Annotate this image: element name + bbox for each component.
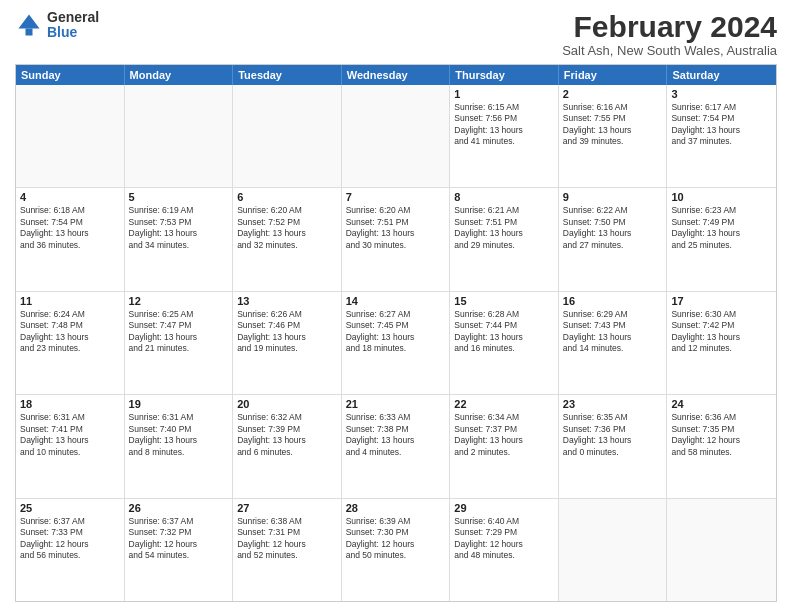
day-header-saturday: Saturday bbox=[667, 65, 776, 85]
table-row: 28Sunrise: 6:39 AM Sunset: 7:30 PM Dayli… bbox=[342, 499, 451, 601]
day-number: 26 bbox=[129, 502, 229, 514]
calendar-week-1: 1Sunrise: 6:15 AM Sunset: 7:56 PM Daylig… bbox=[16, 85, 776, 188]
table-row: 10Sunrise: 6:23 AM Sunset: 7:49 PM Dayli… bbox=[667, 188, 776, 290]
day-info: Sunrise: 6:36 AM Sunset: 7:35 PM Dayligh… bbox=[671, 412, 772, 458]
day-number: 4 bbox=[20, 191, 120, 203]
day-info: Sunrise: 6:30 AM Sunset: 7:42 PM Dayligh… bbox=[671, 309, 772, 355]
day-info: Sunrise: 6:31 AM Sunset: 7:41 PM Dayligh… bbox=[20, 412, 120, 458]
day-info: Sunrise: 6:37 AM Sunset: 7:32 PM Dayligh… bbox=[129, 516, 229, 562]
day-number: 9 bbox=[563, 191, 663, 203]
table-row: 4Sunrise: 6:18 AM Sunset: 7:54 PM Daylig… bbox=[16, 188, 125, 290]
day-number: 22 bbox=[454, 398, 554, 410]
table-row: 19Sunrise: 6:31 AM Sunset: 7:40 PM Dayli… bbox=[125, 395, 234, 497]
svg-marker-0 bbox=[19, 15, 40, 29]
table-row: 27Sunrise: 6:38 AM Sunset: 7:31 PM Dayli… bbox=[233, 499, 342, 601]
table-row: 15Sunrise: 6:28 AM Sunset: 7:44 PM Dayli… bbox=[450, 292, 559, 394]
table-row: 14Sunrise: 6:27 AM Sunset: 7:45 PM Dayli… bbox=[342, 292, 451, 394]
day-number: 25 bbox=[20, 502, 120, 514]
day-number: 11 bbox=[20, 295, 120, 307]
day-info: Sunrise: 6:38 AM Sunset: 7:31 PM Dayligh… bbox=[237, 516, 337, 562]
day-info: Sunrise: 6:28 AM Sunset: 7:44 PM Dayligh… bbox=[454, 309, 554, 355]
table-row: 25Sunrise: 6:37 AM Sunset: 7:33 PM Dayli… bbox=[16, 499, 125, 601]
logo-blue: Blue bbox=[47, 25, 99, 40]
table-row: 22Sunrise: 6:34 AM Sunset: 7:37 PM Dayli… bbox=[450, 395, 559, 497]
day-header-friday: Friday bbox=[559, 65, 668, 85]
logo: General Blue bbox=[15, 10, 99, 41]
day-info: Sunrise: 6:23 AM Sunset: 7:49 PM Dayligh… bbox=[671, 205, 772, 251]
day-number: 21 bbox=[346, 398, 446, 410]
calendar-week-4: 18Sunrise: 6:31 AM Sunset: 7:41 PM Dayli… bbox=[16, 395, 776, 498]
day-info: Sunrise: 6:29 AM Sunset: 7:43 PM Dayligh… bbox=[563, 309, 663, 355]
table-row: 17Sunrise: 6:30 AM Sunset: 7:42 PM Dayli… bbox=[667, 292, 776, 394]
day-number: 17 bbox=[671, 295, 772, 307]
day-number: 8 bbox=[454, 191, 554, 203]
day-number: 27 bbox=[237, 502, 337, 514]
day-header-monday: Monday bbox=[125, 65, 234, 85]
day-info: Sunrise: 6:27 AM Sunset: 7:45 PM Dayligh… bbox=[346, 309, 446, 355]
location: Salt Ash, New South Wales, Australia bbox=[562, 43, 777, 58]
day-info: Sunrise: 6:26 AM Sunset: 7:46 PM Dayligh… bbox=[237, 309, 337, 355]
table-row: 20Sunrise: 6:32 AM Sunset: 7:39 PM Dayli… bbox=[233, 395, 342, 497]
table-row: 23Sunrise: 6:35 AM Sunset: 7:36 PM Dayli… bbox=[559, 395, 668, 497]
table-row: 13Sunrise: 6:26 AM Sunset: 7:46 PM Dayli… bbox=[233, 292, 342, 394]
day-number: 2 bbox=[563, 88, 663, 100]
day-number: 5 bbox=[129, 191, 229, 203]
day-number: 24 bbox=[671, 398, 772, 410]
day-number: 12 bbox=[129, 295, 229, 307]
day-info: Sunrise: 6:32 AM Sunset: 7:39 PM Dayligh… bbox=[237, 412, 337, 458]
day-info: Sunrise: 6:22 AM Sunset: 7:50 PM Dayligh… bbox=[563, 205, 663, 251]
day-number: 1 bbox=[454, 88, 554, 100]
day-number: 18 bbox=[20, 398, 120, 410]
table-row: 7Sunrise: 6:20 AM Sunset: 7:51 PM Daylig… bbox=[342, 188, 451, 290]
day-info: Sunrise: 6:40 AM Sunset: 7:29 PM Dayligh… bbox=[454, 516, 554, 562]
table-row bbox=[342, 85, 451, 187]
table-row: 9Sunrise: 6:22 AM Sunset: 7:50 PM Daylig… bbox=[559, 188, 668, 290]
table-row: 26Sunrise: 6:37 AM Sunset: 7:32 PM Dayli… bbox=[125, 499, 234, 601]
day-info: Sunrise: 6:31 AM Sunset: 7:40 PM Dayligh… bbox=[129, 412, 229, 458]
day-number: 14 bbox=[346, 295, 446, 307]
logo-general: General bbox=[47, 10, 99, 25]
day-info: Sunrise: 6:24 AM Sunset: 7:48 PM Dayligh… bbox=[20, 309, 120, 355]
day-info: Sunrise: 6:35 AM Sunset: 7:36 PM Dayligh… bbox=[563, 412, 663, 458]
day-info: Sunrise: 6:25 AM Sunset: 7:47 PM Dayligh… bbox=[129, 309, 229, 355]
day-info: Sunrise: 6:39 AM Sunset: 7:30 PM Dayligh… bbox=[346, 516, 446, 562]
day-number: 16 bbox=[563, 295, 663, 307]
table-row: 8Sunrise: 6:21 AM Sunset: 7:51 PM Daylig… bbox=[450, 188, 559, 290]
day-number: 7 bbox=[346, 191, 446, 203]
title-block: February 2024 Salt Ash, New South Wales,… bbox=[562, 10, 777, 58]
table-row: 3Sunrise: 6:17 AM Sunset: 7:54 PM Daylig… bbox=[667, 85, 776, 187]
day-number: 3 bbox=[671, 88, 772, 100]
calendar-week-3: 11Sunrise: 6:24 AM Sunset: 7:48 PM Dayli… bbox=[16, 292, 776, 395]
day-number: 15 bbox=[454, 295, 554, 307]
month-year: February 2024 bbox=[562, 10, 777, 43]
table-row bbox=[125, 85, 234, 187]
table-row bbox=[559, 499, 668, 601]
day-number: 29 bbox=[454, 502, 554, 514]
calendar-week-2: 4Sunrise: 6:18 AM Sunset: 7:54 PM Daylig… bbox=[16, 188, 776, 291]
table-row: 12Sunrise: 6:25 AM Sunset: 7:47 PM Dayli… bbox=[125, 292, 234, 394]
day-info: Sunrise: 6:18 AM Sunset: 7:54 PM Dayligh… bbox=[20, 205, 120, 251]
table-row: 21Sunrise: 6:33 AM Sunset: 7:38 PM Dayli… bbox=[342, 395, 451, 497]
day-header-tuesday: Tuesday bbox=[233, 65, 342, 85]
calendar-header: SundayMondayTuesdayWednesdayThursdayFrid… bbox=[16, 65, 776, 85]
svg-rect-1 bbox=[26, 29, 33, 36]
table-row: 18Sunrise: 6:31 AM Sunset: 7:41 PM Dayli… bbox=[16, 395, 125, 497]
table-row bbox=[233, 85, 342, 187]
day-number: 28 bbox=[346, 502, 446, 514]
day-info: Sunrise: 6:19 AM Sunset: 7:53 PM Dayligh… bbox=[129, 205, 229, 251]
table-row: 11Sunrise: 6:24 AM Sunset: 7:48 PM Dayli… bbox=[16, 292, 125, 394]
logo-icon bbox=[15, 11, 43, 39]
day-number: 10 bbox=[671, 191, 772, 203]
calendar-page: General Blue February 2024 Salt Ash, New… bbox=[0, 0, 792, 612]
day-info: Sunrise: 6:21 AM Sunset: 7:51 PM Dayligh… bbox=[454, 205, 554, 251]
day-info: Sunrise: 6:15 AM Sunset: 7:56 PM Dayligh… bbox=[454, 102, 554, 148]
day-header-sunday: Sunday bbox=[16, 65, 125, 85]
day-info: Sunrise: 6:33 AM Sunset: 7:38 PM Dayligh… bbox=[346, 412, 446, 458]
table-row: 5Sunrise: 6:19 AM Sunset: 7:53 PM Daylig… bbox=[125, 188, 234, 290]
table-row: 29Sunrise: 6:40 AM Sunset: 7:29 PM Dayli… bbox=[450, 499, 559, 601]
day-info: Sunrise: 6:17 AM Sunset: 7:54 PM Dayligh… bbox=[671, 102, 772, 148]
day-number: 13 bbox=[237, 295, 337, 307]
day-header-wednesday: Wednesday bbox=[342, 65, 451, 85]
day-number: 23 bbox=[563, 398, 663, 410]
day-info: Sunrise: 6:20 AM Sunset: 7:51 PM Dayligh… bbox=[346, 205, 446, 251]
